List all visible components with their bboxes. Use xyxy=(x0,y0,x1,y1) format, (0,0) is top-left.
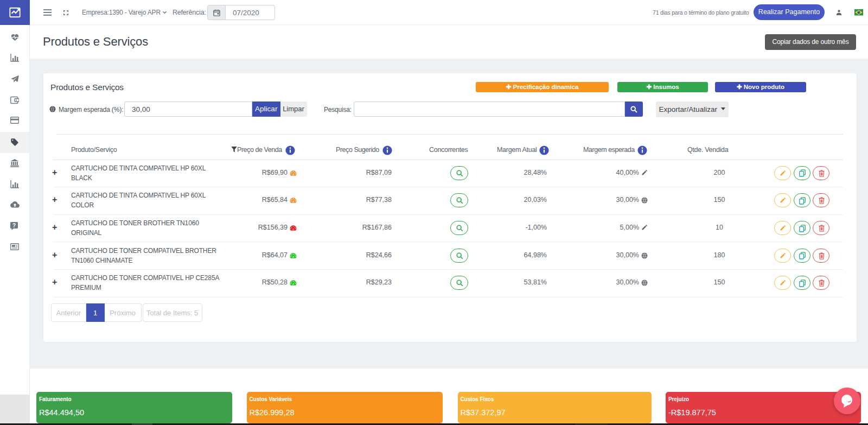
svg-text:?: ? xyxy=(12,222,16,228)
